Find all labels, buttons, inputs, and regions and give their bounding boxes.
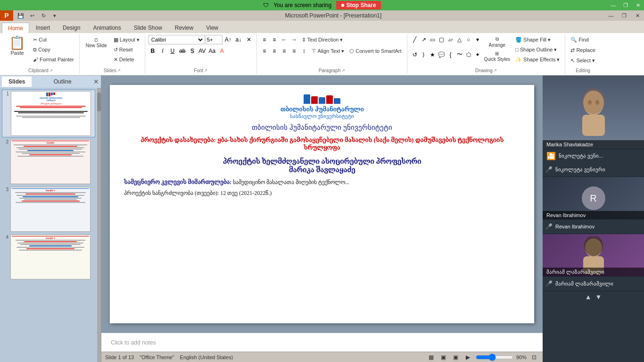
quick-styles-button[interactable]: ⊞ Quick Styles	[482, 50, 513, 63]
reset-button[interactable]: ↺ Reset	[111, 45, 142, 54]
title-close-button[interactable]: ✕	[631, 10, 644, 21]
redo-quick-button[interactable]: ↻	[39, 11, 48, 20]
shape-callout[interactable]: 💬	[437, 50, 446, 59]
clipboard-expand[interactable]: ↗	[50, 68, 53, 73]
align-left-button[interactable]: ≡	[260, 46, 269, 56]
scroll-up-button[interactable]: ▲	[585, 293, 592, 301]
font-face-select[interactable]: Calibri	[148, 35, 205, 44]
convert-smartart-button[interactable]: ⬡ Convert to SmartArt	[347, 46, 404, 56]
replace-button[interactable]: ⇄ Replace	[568, 45, 597, 55]
new-slide-button[interactable]: 🗋 New Slide	[83, 35, 110, 51]
zoom-slider[interactable]	[476, 354, 513, 361]
shape-outline-button[interactable]: □ Shape Outline ▾	[513, 45, 562, 54]
shape-brace[interactable]: {	[446, 50, 455, 59]
tab-outline[interactable]: Outline	[47, 76, 78, 87]
slide-canvas[interactable]: თბილისის ჰუმანიტარული სასწავლო უნივერსიტ…	[110, 85, 534, 323]
slide-item-2[interactable]: 2 სათაური	[2, 138, 95, 185]
paste-button[interactable]: 📋 Paste	[5, 35, 30, 57]
shape-arrow[interactable]: ↗	[419, 35, 429, 44]
view-normal-button[interactable]: ▦	[427, 353, 436, 362]
shape-rounded-rect[interactable]: ▢	[437, 35, 446, 44]
title-restore-button[interactable]: ❐	[618, 10, 631, 21]
paragraph-expand[interactable]: ↗	[342, 68, 345, 73]
save-quick-button[interactable]: 💾	[16, 11, 25, 20]
text-direction-button[interactable]: ⇕ Text Direction ▾	[299, 35, 346, 44]
arrange-button[interactable]: ⧉ Arrange	[482, 35, 513, 49]
font-color-button[interactable]: A	[217, 46, 227, 56]
video-user-mariam: მარიამ ლაზარაშვილი 🎤 მარიამ ლაზარაშვილი	[543, 234, 644, 291]
scroll-down-button[interactable]: ▼	[595, 293, 602, 301]
clear-formatting-button[interactable]: ✕	[244, 35, 254, 44]
tab-design[interactable]: Design	[57, 22, 86, 33]
format-painter-button[interactable]: 🖌 Format Painter	[31, 55, 76, 64]
align-right-button[interactable]: ≡	[280, 46, 289, 56]
title-minimize-button[interactable]: —	[604, 10, 618, 21]
align-center-button[interactable]: ≡	[270, 46, 279, 56]
align-text-button[interactable]: ⊤ Align Text ▾	[309, 46, 347, 56]
shape-line[interactable]: ╱	[410, 35, 420, 44]
stop-share-button[interactable]: ■ Stop Share	[336, 1, 381, 9]
decrease-indent-button[interactable]: ←	[280, 35, 289, 44]
tab-slideshow[interactable]: Slide Show	[128, 22, 168, 33]
numbering-button[interactable]: ≡	[270, 35, 279, 44]
restore-button[interactable]: ❐	[619, 0, 632, 10]
shape-chevron[interactable]: ⟩	[419, 50, 429, 59]
layout-button[interactable]: ▦ Layout ▾	[111, 35, 142, 44]
font-size-decrease-button[interactable]: a↓	[234, 35, 243, 44]
view-slide-sorter-button[interactable]: ▣	[439, 353, 448, 362]
underline-button[interactable]: U	[168, 46, 177, 56]
shape-parallelogram[interactable]: ▱	[446, 35, 455, 44]
shape-oval[interactable]: ○	[464, 35, 473, 44]
minimize-button[interactable]: —	[607, 0, 619, 10]
tab-slides[interactable]: Slides	[2, 76, 32, 87]
increase-indent-button[interactable]: →	[289, 35, 299, 44]
customize-quick-button[interactable]: ▾	[50, 11, 59, 20]
tab-view[interactable]: View	[200, 22, 224, 33]
undo-quick-button[interactable]: ↩	[27, 11, 37, 20]
slide-item-3[interactable]: 3 სათაური 3	[2, 186, 95, 233]
shape-bent-arrow[interactable]: ↺	[410, 50, 420, 59]
shape-effects-button[interactable]: ✨ Shape Effects ▾	[513, 55, 562, 64]
shape-star[interactable]: ★	[428, 50, 438, 59]
shape-wave[interactable]: 〜	[455, 50, 464, 59]
drawing-expand[interactable]: ↗	[494, 68, 497, 73]
char-spacing-button[interactable]: AV	[198, 46, 207, 56]
justify-button[interactable]: ≡	[289, 46, 299, 56]
slide-panel-close[interactable]: ✕	[93, 78, 99, 85]
bullets-button[interactable]: ≡	[260, 35, 269, 44]
tab-insert[interactable]: Insert	[30, 22, 56, 33]
shape-triangle[interactable]: △	[455, 35, 464, 44]
select-button[interactable]: ↖ Select ▾	[568, 56, 597, 65]
copy-button[interactable]: ⧉ Copy	[31, 45, 76, 54]
slide-panel-header: Slides Outline ✕	[0, 76, 101, 88]
cut-button[interactable]: ✂ Cut	[31, 35, 76, 44]
view-reading-button[interactable]: ▣	[451, 353, 461, 362]
shapes-more[interactable]: ▾	[473, 35, 482, 44]
close-button[interactable]: ✕	[632, 0, 644, 10]
shape-custom1[interactable]: ⬠	[464, 50, 473, 59]
line-spacing-button[interactable]: ↕	[299, 46, 309, 56]
slides-expand[interactable]: ↗	[117, 68, 121, 73]
change-case-button[interactable]: Aa	[207, 46, 217, 56]
view-slideshow-button[interactable]: ▶	[463, 353, 473, 362]
tab-home[interactable]: Home	[2, 23, 29, 34]
tab-animations[interactable]: Animations	[87, 22, 127, 33]
font-size-input[interactable]	[206, 35, 223, 44]
bold-button[interactable]: B	[148, 46, 157, 56]
shape-rect[interactable]: ▭	[428, 35, 438, 44]
slide-item-1[interactable]: 1	[2, 90, 95, 137]
shape-fill-button[interactable]: 🪣 Shape Fill ▾	[513, 35, 562, 44]
slide-panel-scrollbar[interactable]	[97, 88, 101, 362]
font-expand[interactable]: ↗	[204, 68, 207, 73]
delete-button[interactable]: ✕ Delete	[111, 55, 142, 64]
notes-bar[interactable]: Click to add notes	[101, 333, 543, 352]
font-size-increase-button[interactable]: A↑	[223, 35, 233, 44]
shape-custom2[interactable]: ✦	[473, 50, 482, 59]
tab-review[interactable]: Review	[169, 22, 199, 33]
slide-item-4[interactable]: 4 სათაური 4	[2, 234, 95, 280]
find-button[interactable]: 🔍 Find	[568, 35, 591, 44]
italic-button[interactable]: I	[158, 46, 167, 56]
fit-to-window-button[interactable]: ⊡	[529, 353, 539, 362]
shadow-button[interactable]: S	[188, 46, 197, 56]
strikethrough-button[interactable]: ab	[178, 46, 187, 56]
